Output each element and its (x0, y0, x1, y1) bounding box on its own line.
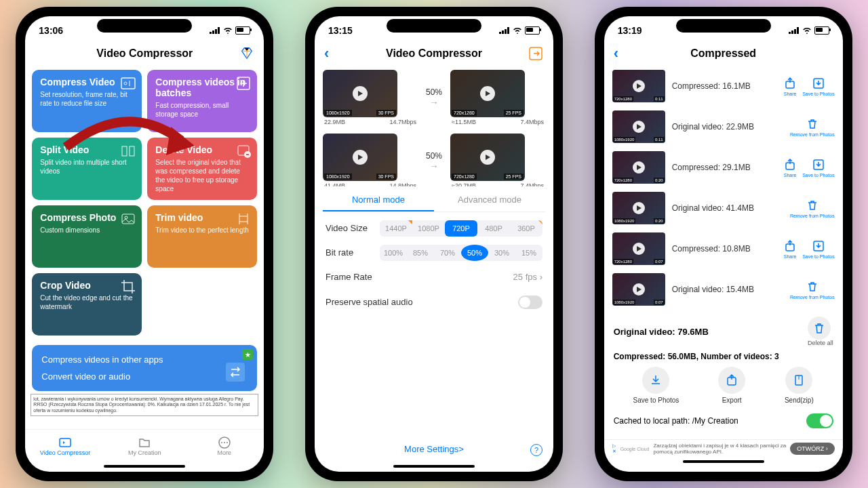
play-icon (633, 80, 645, 92)
delete-all-button[interactable]: Delete all (808, 317, 833, 346)
chip-1080p[interactable]: 1080P (412, 220, 445, 237)
video-thumb[interactable]: 1080x19200:07 (612, 273, 665, 306)
chip-100[interactable]: 100% (380, 245, 407, 261)
chip-30[interactable]: 30% (488, 245, 515, 261)
remove-button[interactable]: Remove from Photos (790, 280, 835, 300)
card-compress-batch[interactable]: Compress videos in batchesFast compressi… (147, 70, 257, 132)
wifi-icon (223, 27, 233, 34)
compressor-tab-icon (58, 436, 72, 449)
download-icon (649, 373, 663, 387)
video-thumb[interactable]: 720x12800:20 (612, 151, 665, 184)
save-button[interactable]: Save to Photos (802, 239, 834, 259)
video-thumb-original[interactable]: 1080x192030 FPS (323, 70, 397, 117)
play-icon (633, 243, 645, 255)
framerate-row[interactable]: Frame Rate 25 fps › (315, 265, 553, 289)
ad-source: Google Cloud (620, 447, 650, 451)
chip-15[interactable]: 15% (515, 245, 542, 261)
tab-bar: Video Compressor My Creation More (25, 429, 264, 462)
video-thumb[interactable]: 720x12800:11 (612, 70, 665, 102)
ad-banner[interactable]: ▷✕ Google Cloud Zarządzaj obiektami i za… (604, 439, 843, 458)
cache-toggle[interactable] (806, 413, 833, 428)
chip-360p[interactable]: 360P (510, 220, 542, 237)
svg-point-14 (226, 442, 228, 443)
result-row: 720x12800:20 Compressed: 29.1MB Share Sa… (604, 147, 843, 188)
tab-creation[interactable]: My Creation (105, 430, 184, 462)
export-button[interactable] (528, 45, 544, 62)
card-compress-video[interactable]: Compress VideoSet resolution, frame rate… (32, 70, 142, 132)
play-icon (353, 86, 368, 101)
item-text: Compressed: 29.1MB (672, 163, 777, 172)
home-indicator (393, 465, 475, 468)
chip-50[interactable]: 50% (461, 245, 488, 261)
cache-path-row: Cached to local path: /My Creation (614, 409, 833, 432)
photo-icon (120, 211, 136, 227)
back-button[interactable]: ‹ (324, 46, 329, 61)
share-button[interactable]: Share (783, 158, 797, 178)
main-content: Compress VideoSet resolution, frame rate… (25, 66, 264, 429)
card-split-video[interactable]: Split VideoSplit video into multiple sho… (32, 138, 142, 200)
video-size-chips: 1440P 1080P 720P 480P 360P (380, 220, 542, 237)
play-icon (633, 121, 645, 133)
play-icon (633, 283, 645, 296)
svg-point-12 (221, 442, 222, 443)
nav-bar: Video Compressor (25, 41, 264, 66)
video-thumb[interactable]: 720x12800:07 (612, 232, 665, 265)
svg-rect-0 (121, 78, 135, 89)
export-button[interactable]: Export (718, 367, 745, 404)
share-button[interactable]: Share (783, 77, 797, 96)
home-indicator (104, 465, 185, 468)
chip-85[interactable]: 85% (407, 245, 434, 261)
compress-icon (120, 75, 136, 92)
spatial-audio-toggle[interactable] (518, 296, 542, 309)
compressed-list: 720x12800:11 Compressed: 16.1MB Share Sa… (604, 66, 843, 310)
save-button[interactable]: Save to Photos (802, 77, 834, 96)
bitrate-chips: 100% 85% 70% 50% 30% 15% (380, 245, 542, 261)
tab-compressor[interactable]: Video Compressor (25, 430, 104, 462)
chip-480p[interactable]: 480P (477, 220, 510, 237)
svg-rect-7 (122, 214, 134, 224)
back-button[interactable]: ‹ (614, 46, 618, 61)
trash-icon (813, 322, 825, 334)
card-trim-video[interactable]: Trim videoTrim video to the perfect leng… (147, 205, 257, 268)
signal-icon (789, 27, 800, 34)
share-button[interactable]: Share (783, 239, 797, 259)
chip-720p[interactable]: 720P (445, 220, 477, 237)
card-more-features[interactable]: ★ Compress videos in other apps Convert … (32, 345, 257, 391)
battery-icon (235, 26, 250, 35)
status-bar: 13:15 (315, 16, 553, 41)
video-thumb[interactable]: 1080x19200:11 (612, 110, 665, 143)
save-photos-button[interactable]: Save to Photos (633, 367, 679, 404)
tab-advanced[interactable]: Advanced mode (434, 189, 545, 211)
remove-button[interactable]: Remove from Photos (790, 117, 835, 137)
svg-point-13 (224, 442, 225, 443)
ad-open-button[interactable]: OTWÓRZ › (790, 443, 835, 455)
signal-icon (210, 27, 220, 34)
chip-1440p[interactable]: 1440P (380, 220, 412, 237)
video-thumb-compressed[interactable]: 720x128025 FPS (450, 70, 525, 117)
tab-more[interactable]: More (184, 430, 264, 462)
premium-icon[interactable] (239, 46, 254, 61)
help-icon[interactable]: ? (530, 444, 542, 456)
compress-row: 1080x192030 FPS 41.4MB14.8Mbps 50%→ 720x… (315, 129, 553, 186)
send-zip-button[interactable]: Send(zip) (785, 367, 814, 404)
split-icon (120, 143, 136, 159)
remove-button[interactable]: Remove from Photos (790, 199, 835, 218)
video-thumb[interactable]: 1080x19200:20 (612, 192, 665, 224)
status-time: 13:19 (618, 25, 642, 36)
wifi-icon (513, 27, 522, 34)
card-compress-photo[interactable]: Compress PhotoCustom dimensions (32, 205, 142, 268)
convert-icon (223, 360, 248, 384)
play-icon (633, 202, 645, 214)
play-icon (353, 150, 368, 165)
video-thumb-original[interactable]: 1080x192030 FPS (323, 134, 397, 181)
card-crop-video[interactable]: Crop VideoCut the video edge and cut the… (32, 273, 142, 336)
legal-text: lot, zawierania i wykonywania umów o kre… (31, 394, 258, 416)
video-thumb-compressed[interactable]: 720x128025 FPS (450, 134, 525, 181)
save-button[interactable]: Save to Photos (802, 158, 834, 178)
card-delete-video[interactable]: Delete VideoSelect the original video th… (147, 138, 257, 200)
result-row: 720x12800:07 Compressed: 10.8MB Share Sa… (604, 228, 843, 269)
batch-icon (235, 75, 252, 92)
tab-normal[interactable]: Normal mode (323, 189, 434, 211)
more-settings-button[interactable]: More Settings> ? (315, 436, 553, 462)
chip-70[interactable]: 70% (434, 245, 461, 261)
